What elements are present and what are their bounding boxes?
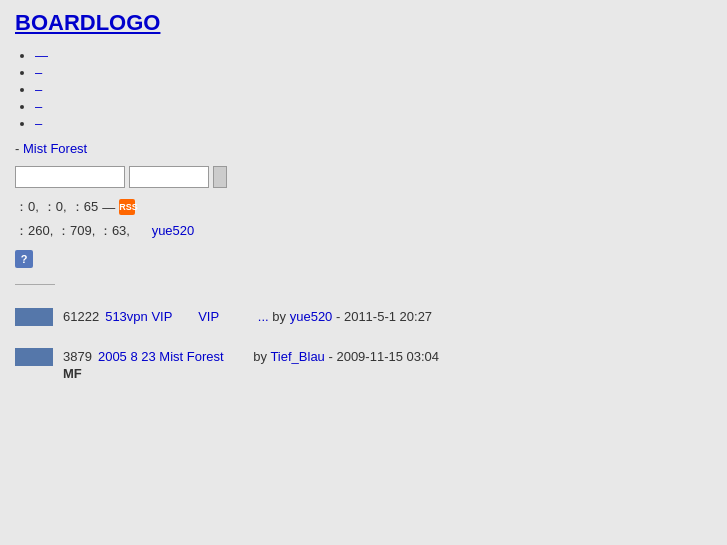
forum-date-2: 2009-11-15 03:04 — [336, 349, 439, 364]
nav-item-1[interactable]: — — [35, 48, 712, 63]
breadcrumb-prefix: - — [15, 141, 23, 156]
stats-line-1: ：0, ：0, ：65 — RSS — [15, 198, 712, 216]
forum-info-2: 38792005 8 23 Mist Forest by Tief_Blau -… — [63, 348, 439, 381]
forum-title-link-1[interactable]: 513vpn VIP VIP ... — [105, 309, 269, 324]
forum-icon-block-2 — [15, 348, 53, 368]
board-logo[interactable]: BOARDLOGO — [15, 10, 160, 36]
forum-folder-icon-1 — [15, 308, 53, 326]
forum-author-link-2[interactable]: Tief_Blau — [270, 349, 324, 364]
forum-info-1: 61222513vpn VIP VIP ... by yue520 - 2011… — [63, 308, 432, 326]
nav-item-3[interactable]: – — [35, 82, 712, 97]
stat2-label-3: ：63, — [99, 223, 130, 238]
nav-item-5[interactable]: – — [35, 116, 712, 131]
forum-folder-icon-2 — [15, 348, 53, 366]
stats-line-2: ：260, ：709, ：63, yue520 — [15, 222, 712, 240]
mf-badge: MF — [63, 366, 82, 381]
search-area — [15, 166, 712, 188]
nav-item-2[interactable]: – — [35, 65, 712, 80]
breadcrumb: - Mist Forest — [15, 141, 712, 156]
stat2-label-2: ：709, — [57, 223, 95, 238]
stat-separator: — — [102, 200, 115, 215]
search-button[interactable] — [213, 166, 227, 188]
forum-dash-1: - — [336, 309, 344, 324]
search-input[interactable] — [15, 166, 125, 188]
nav-item-4[interactable]: – — [35, 99, 712, 114]
forum-author-link-1[interactable]: yue520 — [290, 309, 333, 324]
help-icon[interactable]: ? — [15, 250, 33, 268]
stat-label-3: ：65 — [71, 198, 98, 216]
forum-num-2: 3879 — [63, 349, 92, 364]
forum-num-1: 61222 — [63, 309, 99, 324]
forum-icon-block-1 — [15, 308, 53, 328]
forum-row-2: 38792005 8 23 Mist Forest by Tief_Blau -… — [15, 348, 712, 381]
top-user-link[interactable]: yue520 — [152, 223, 195, 238]
nav-link-2[interactable]: – — [35, 65, 42, 80]
forum-by-1: by — [272, 309, 286, 324]
breadcrumb-link[interactable]: Mist Forest — [23, 141, 87, 156]
forum-row-1: 61222513vpn VIP VIP ... by yue520 - 2011… — [15, 308, 712, 328]
nav-link-1[interactable]: — — [35, 48, 48, 63]
search-input-2[interactable] — [129, 166, 209, 188]
nav-link-3[interactable]: – — [35, 82, 42, 97]
forum-date-1: 2011-5-1 20:27 — [344, 309, 432, 324]
nav-link-5[interactable]: – — [35, 116, 42, 131]
section-divider — [15, 284, 55, 285]
rss-icon[interactable]: RSS — [119, 199, 135, 215]
forum-by-2: by — [253, 349, 267, 364]
nav-link-4[interactable]: – — [35, 99, 42, 114]
stat-label-2: ：0, — [43, 198, 67, 216]
nav-list: — – – – – — [15, 48, 712, 131]
forum-title-link-2[interactable]: 2005 8 23 Mist Forest — [98, 349, 250, 364]
stat2-label-1: ：260, — [15, 223, 53, 238]
stat-label-1: ：0, — [15, 198, 39, 216]
